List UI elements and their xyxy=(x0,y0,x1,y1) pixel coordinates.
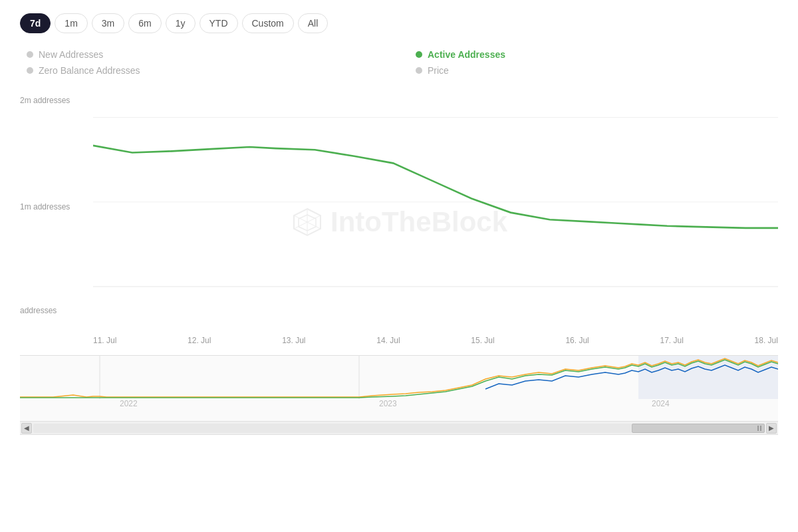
x-axis: 11. Jul12. Jul13. Jul14. Jul15. Jul16. J… xyxy=(93,336,778,345)
scroll-thumb[interactable] xyxy=(632,424,765,433)
legend-dot xyxy=(27,67,33,74)
scroll-track[interactable] xyxy=(33,424,765,433)
legend-dot xyxy=(416,51,422,58)
time-btn-6m[interactable]: 6m xyxy=(128,13,161,33)
legend-label: Active Addresses xyxy=(428,49,505,60)
legend-item-zero-balance-addresses[interactable]: Zero Balance Addresses xyxy=(27,65,389,76)
time-btn-1y[interactable]: 1y xyxy=(166,13,196,33)
main-chart-svg xyxy=(93,89,778,322)
x-label-14.-jul: 14. Jul xyxy=(376,336,400,345)
x-label-12.-jul: 12. Jul xyxy=(188,336,211,345)
navigator-section: 2022 2023 2024 ◀ ▶ xyxy=(20,355,778,435)
scroll-right-arrow[interactable]: ▶ xyxy=(766,423,777,434)
x-label-18.-jul: 18. Jul xyxy=(755,336,778,345)
legend-dot xyxy=(27,51,33,58)
x-label-11.-jul: 11. Jul xyxy=(93,336,116,345)
y-label-0: addresses xyxy=(20,306,57,315)
nav-year-2023: 2023 xyxy=(379,399,397,408)
legend-item-active-addresses[interactable]: Active Addresses xyxy=(416,49,778,60)
time-btn-custom[interactable]: Custom xyxy=(242,13,294,33)
nav-year-2022: 2022 xyxy=(120,399,138,408)
svg-rect-14 xyxy=(638,356,778,399)
time-btn-ytd[interactable]: YTD xyxy=(200,13,238,33)
legend-item-new-addresses[interactable]: New Addresses xyxy=(27,49,389,60)
x-label-15.-jul: 15. Jul xyxy=(471,336,494,345)
navigator-svg: 2022 2023 2024 xyxy=(20,356,778,409)
y-label-2m: 2m addresses xyxy=(20,96,70,105)
nav-year-2024: 2024 xyxy=(652,399,670,408)
scroll-left-arrow[interactable]: ◀ xyxy=(21,423,32,434)
time-range-selector: 7d1m3m6m1yYTDCustomAll xyxy=(20,13,778,33)
main-container: 7d1m3m6m1yYTDCustomAll New AddressesActi… xyxy=(0,0,798,532)
time-btn-all[interactable]: All xyxy=(298,13,329,33)
legend-dot xyxy=(416,67,422,74)
time-btn-1m[interactable]: 1m xyxy=(55,13,87,33)
chart-svg-area xyxy=(93,89,778,322)
legend-label: Price xyxy=(428,65,449,76)
x-label-16.-jul: 16. Jul xyxy=(565,336,589,345)
x-label-17.-jul: 17. Jul xyxy=(660,336,683,345)
x-label-13.-jul: 13. Jul xyxy=(282,336,305,345)
legend-item-price[interactable]: Price xyxy=(416,65,778,76)
navigator-chart: 2022 2023 2024 xyxy=(20,355,778,422)
active-addresses-line xyxy=(93,146,778,228)
main-chart-area: 2m addresses 1m addresses addresses Into… xyxy=(20,89,778,355)
legend-label: Zero Balance Addresses xyxy=(39,65,140,76)
navigator-scrollbar[interactable]: ◀ ▶ xyxy=(20,422,778,435)
scroll-thumb-handle xyxy=(757,426,761,431)
time-btn-3m[interactable]: 3m xyxy=(92,13,124,33)
chart-legend: New AddressesActive AddressesZero Balanc… xyxy=(20,49,778,76)
time-btn-7d[interactable]: 7d xyxy=(20,13,51,33)
legend-label: New Addresses xyxy=(39,49,103,60)
y-label-1m: 1m addresses xyxy=(20,202,70,211)
